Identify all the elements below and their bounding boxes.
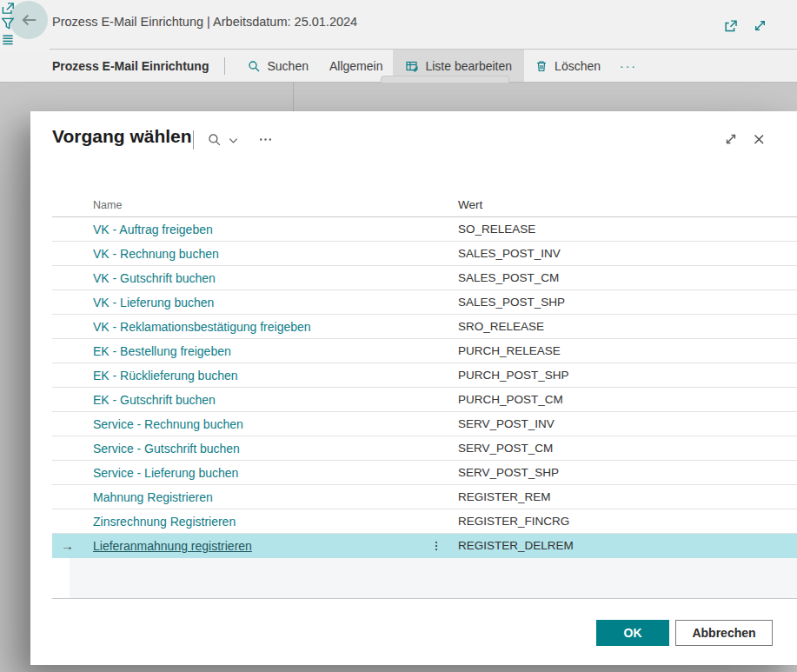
dialog-table-body: → VK - Auftrag freigeben SO_RELEASE → VK… xyxy=(52,217,797,558)
share-icon[interactable] xyxy=(0,0,16,16)
edit-list-icon xyxy=(405,59,419,73)
selected-row-arrow-icon: → xyxy=(61,538,74,553)
top-bar: Prozess E-Mail Einrichtung | Arbeitsdatu… xyxy=(0,0,797,50)
delete-button[interactable]: Löschen xyxy=(524,50,611,82)
row-wert-cell[interactable]: PURCH_POST_CM xyxy=(458,393,797,406)
toolbar-divider xyxy=(224,57,225,75)
table-row[interactable]: → EK - Rücklieferung buchen PURCH_POST_S… xyxy=(52,363,797,388)
toolbar-caption: Prozess E-Mail Einrichtung xyxy=(52,59,209,73)
row-name-cell[interactable]: Service - Gutschrift buchen xyxy=(93,441,415,456)
table-row[interactable]: → Service - Lieferung buchen SERV_POST_S… xyxy=(52,461,797,485)
row-name-cell[interactable]: Service - Lieferung buchen xyxy=(93,465,415,481)
chevron-down-icon[interactable] xyxy=(227,134,240,147)
row-name-link[interactable]: VK - Rechnung buchen xyxy=(93,247,219,261)
background-card-tab xyxy=(381,76,509,83)
table-end-divider xyxy=(52,598,797,599)
row-wert-cell[interactable]: SERV_POST_INV xyxy=(458,417,797,430)
dialog-table: Name Wert → VK - Auftrag freigeben SO_RE… xyxy=(52,193,797,558)
row-name-cell[interactable]: EK - Rücklieferung buchen xyxy=(93,368,415,383)
wert-column-header[interactable]: Wert xyxy=(458,198,797,211)
table-row[interactable]: → Zinsrechnung Registrieren REGISTER_FIN… xyxy=(52,509,797,534)
trash-icon xyxy=(535,59,548,73)
row-name-cell[interactable]: VK - Rechnung buchen xyxy=(93,246,415,262)
row-name-link[interactable]: EK - Gutschrift buchen xyxy=(93,393,216,407)
row-name-cell[interactable]: VK - Reklamationsbestätigung freigeben xyxy=(93,319,415,335)
row-name-link[interactable]: Mahnung Registrieren xyxy=(93,490,213,504)
row-wert-cell[interactable]: PURCH_RELEASE xyxy=(458,344,797,357)
row-name-link[interactable]: VK - Gutschrift buchen xyxy=(93,271,216,285)
row-wert-cell[interactable]: SERV_POST_CM xyxy=(458,442,797,455)
table-row[interactable]: → VK - Gutschrift buchen SALES_POST_CM xyxy=(52,266,797,290)
dialog-resize-icon[interactable] xyxy=(723,131,739,147)
table-row[interactable]: → Service - Rechnung buchen SERV_POST_IN… xyxy=(52,412,797,436)
table-header-row: Name Wert xyxy=(52,193,797,217)
table-row[interactable]: → EK - Bestellung freigeben PURCH_RELEAS… xyxy=(52,339,797,363)
table-row[interactable]: → VK - Lieferung buchen SALES_POST_SHP xyxy=(52,290,797,315)
row-name-cell[interactable]: Service - Rechnung buchen xyxy=(93,416,415,432)
row-wert-cell[interactable]: REGISTER_FINCRG xyxy=(458,515,797,528)
row-name-cell[interactable]: EK - Bestellung freigeben xyxy=(93,343,415,359)
table-row[interactable]: → Mahnung Registrieren REGISTER_REM xyxy=(52,485,797,509)
filter-icon[interactable] xyxy=(0,16,16,31)
back-arrow-icon xyxy=(19,10,38,30)
row-name-link[interactable]: Service - Gutschrift buchen xyxy=(93,442,240,456)
cancel-button[interactable]: Abbrechen xyxy=(675,620,773,646)
dialog-header-divider xyxy=(193,130,194,150)
row-name-cell[interactable]: VK - Auftrag freigeben xyxy=(93,222,415,237)
row-name-link[interactable]: Lieferanmahnung registrieren xyxy=(93,539,252,553)
dialog-search-icon[interactable] xyxy=(207,132,222,147)
table-row[interactable]: → Lieferanmahnung registrieren REGISTER_… xyxy=(52,534,797,558)
table-row[interactable]: → EK - Gutschrift buchen PURCH_POST_CM xyxy=(52,388,797,412)
row-wert-cell[interactable]: REGISTER_REM xyxy=(458,490,797,503)
row-name-cell[interactable]: Lieferanmahnung registrieren xyxy=(93,538,415,554)
search-label: Suchen xyxy=(267,59,308,73)
table-row[interactable]: → VK - Auftrag freigeben SO_RELEASE xyxy=(52,217,797,242)
open-in-new-window-icon[interactable] xyxy=(722,17,739,34)
page-title: Prozess E-Mail Einrichtung | Arbeitsdatu… xyxy=(52,15,357,29)
allgemein-label: Allgemein xyxy=(329,59,382,73)
row-wert-cell[interactable]: SALES_POST_SHP xyxy=(458,296,797,309)
row-name-link[interactable]: EK - Rücklieferung buchen xyxy=(93,369,238,383)
row-name-link[interactable]: Zinsrechnung Registrieren xyxy=(93,515,236,529)
row-name-cell[interactable]: VK - Gutschrift buchen xyxy=(93,270,415,286)
list-view-icon[interactable] xyxy=(0,31,16,47)
row-name-link[interactable]: EK - Bestellung freigeben xyxy=(93,344,231,358)
maximize-icon[interactable] xyxy=(752,17,768,34)
row-name-link[interactable]: VK - Lieferung buchen xyxy=(93,296,214,309)
row-wert-cell[interactable]: SALES_POST_INV xyxy=(458,247,797,260)
toolbar-right-icons xyxy=(0,0,16,47)
row-kebab-menu-icon[interactable] xyxy=(430,539,442,553)
search-icon xyxy=(247,59,261,73)
dialog-more-icon[interactable] xyxy=(258,132,273,147)
row-selector-cell[interactable]: → xyxy=(52,538,93,553)
row-menu-cell[interactable] xyxy=(415,539,458,553)
search-button[interactable]: Suchen xyxy=(236,50,318,82)
row-name-cell[interactable]: Zinsrechnung Registrieren xyxy=(93,514,415,529)
table-row[interactable]: → VK - Rechnung buchen SALES_POST_INV xyxy=(52,242,797,266)
name-column-header[interactable]: Name xyxy=(93,199,415,211)
vorgang-waehlen-dialog: Vorgang wählen Name Wert → VK - Auf xyxy=(30,111,797,665)
close-icon[interactable] xyxy=(751,131,767,147)
row-wert-cell[interactable]: SRO_RELEASE xyxy=(458,320,797,333)
edit-list-label: Liste bearbeiten xyxy=(425,59,512,73)
row-name-link[interactable]: Service - Lieferung buchen xyxy=(93,466,238,480)
row-wert-cell[interactable]: PURCH_POST_SHP xyxy=(458,369,797,382)
ok-button[interactable]: OK xyxy=(596,620,669,646)
table-filler xyxy=(70,558,797,598)
table-row[interactable]: → Service - Gutschrift buchen SERV_POST_… xyxy=(52,436,797,461)
row-name-link[interactable]: VK - Reklamationsbestätigung freigeben xyxy=(93,320,311,334)
row-wert-cell[interactable]: SALES_POST_CM xyxy=(458,271,797,284)
row-name-cell[interactable]: VK - Lieferung buchen xyxy=(93,295,415,310)
dialog-header: Vorgang wählen xyxy=(30,111,797,163)
row-wert-cell[interactable]: SO_RELEASE xyxy=(458,223,797,236)
toolbar-more-button[interactable]: ··· xyxy=(611,59,646,73)
dialog-title: Vorgang wählen xyxy=(52,126,192,147)
row-name-cell[interactable]: EK - Gutschrift buchen xyxy=(93,392,415,408)
row-name-link[interactable]: VK - Auftrag freigeben xyxy=(93,223,213,236)
table-row[interactable]: → VK - Reklamationsbestätigung freigeben… xyxy=(52,315,797,339)
row-wert-cell[interactable]: SERV_POST_SHP xyxy=(458,466,797,479)
row-name-link[interactable]: Service - Rechnung buchen xyxy=(93,417,243,431)
delete-label: Löschen xyxy=(555,59,601,73)
row-name-cell[interactable]: Mahnung Registrieren xyxy=(93,489,415,505)
row-wert-cell[interactable]: REGISTER_DELREM xyxy=(458,539,797,552)
